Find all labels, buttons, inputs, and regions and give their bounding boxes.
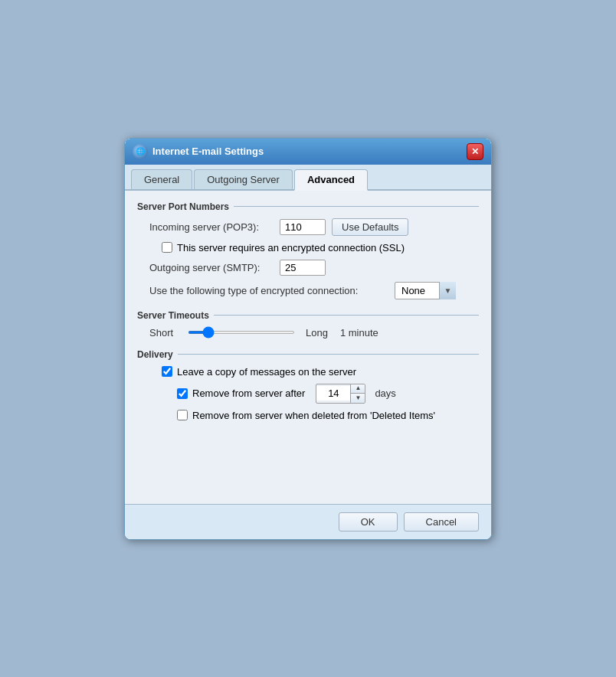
remove-deleted-label: Remove from server when deleted from 'De… [192, 410, 435, 421]
title-bar-left: 🌐 Internet E-mail Settings [133, 144, 264, 159]
outgoing-server-row: Outgoing server (SMTP): [137, 260, 479, 276]
incoming-server-input[interactable] [280, 219, 326, 235]
days-input[interactable] [316, 386, 350, 401]
leave-copy-label: Leave a copy of messages on the server [177, 366, 356, 378]
server-timeouts-label: Server Timeouts [137, 310, 479, 321]
spinner-buttons: ▲ ▼ [350, 384, 365, 403]
close-button[interactable]: ✕ [467, 143, 483, 160]
cancel-button[interactable]: Cancel [404, 512, 479, 531]
timeout-slider-row: Short Long 1 minute [137, 327, 479, 338]
days-label: days [375, 388, 395, 399]
remove-after-row: Remove from server after ▲ ▼ days [137, 384, 479, 404]
server-timeouts-section: Server Timeouts Short Long 1 minute [137, 310, 479, 338]
encrypted-connection-row: Use the following type of encrypted conn… [137, 282, 479, 299]
server-port-numbers-label: Server Port Numbers [137, 201, 479, 212]
incoming-server-row: Incoming server (POP3): Use Defaults [137, 218, 479, 236]
tab-content: Server Port Numbers Incoming server (POP… [125, 191, 491, 504]
dialog-window: 🌐 Internet E-mail Settings ✕ General Out… [124, 138, 492, 540]
spacer [137, 432, 479, 493]
ok-button[interactable]: OK [339, 512, 398, 531]
tab-outgoing-server[interactable]: Outgoing Server [194, 169, 293, 189]
ssl-checkbox-row: This server requires an encrypted connec… [137, 242, 479, 253]
delivery-label: Delivery [137, 349, 479, 360]
window-title: Internet E-mail Settings [152, 146, 264, 157]
tab-general[interactable]: General [131, 169, 192, 189]
days-spinner: ▲ ▼ [316, 384, 365, 404]
leave-copy-checkbox[interactable] [162, 366, 172, 377]
ssl-checkbox-label: This server requires an encrypted connec… [177, 242, 405, 253]
server-port-numbers-section: Server Port Numbers Incoming server (POP… [137, 201, 479, 299]
tab-advanced[interactable]: Advanced [294, 169, 368, 191]
outgoing-server-label: Outgoing server (SMTP): [149, 262, 280, 273]
tab-bar: General Outgoing Server Advanced [125, 165, 491, 191]
remove-after-checkbox[interactable] [177, 388, 188, 399]
outgoing-server-input[interactable] [280, 260, 326, 276]
timeout-slider[interactable] [188, 331, 295, 334]
encrypted-select-wrapper: None SSL TLS Auto ▼ [395, 282, 456, 299]
remove-after-label: Remove from server after [192, 388, 305, 399]
title-bar: 🌐 Internet E-mail Settings ✕ [125, 139, 491, 165]
ssl-checkbox[interactable] [162, 242, 172, 253]
use-defaults-button[interactable]: Use Defaults [332, 218, 408, 236]
dialog-footer: OK Cancel [125, 504, 491, 539]
spinner-up-button[interactable]: ▲ [351, 384, 365, 394]
encrypted-connection-select[interactable]: None SSL TLS Auto [395, 282, 456, 299]
spinner-down-button[interactable]: ▼ [351, 394, 365, 403]
timeout-value: 1 minute [340, 327, 378, 338]
short-label: Short [149, 327, 180, 338]
leave-copy-row: Leave a copy of messages on the server [137, 366, 479, 378]
remove-deleted-row: Remove from server when deleted from 'De… [137, 410, 479, 421]
encrypted-connection-label: Use the following type of encrypted conn… [149, 285, 395, 296]
long-label: Long [306, 327, 328, 338]
remove-deleted-checkbox[interactable] [177, 410, 188, 420]
app-icon: 🌐 [133, 144, 148, 159]
delivery-section: Delivery Leave a copy of messages on the… [137, 349, 479, 421]
incoming-server-label: Incoming server (POP3): [149, 221, 280, 233]
